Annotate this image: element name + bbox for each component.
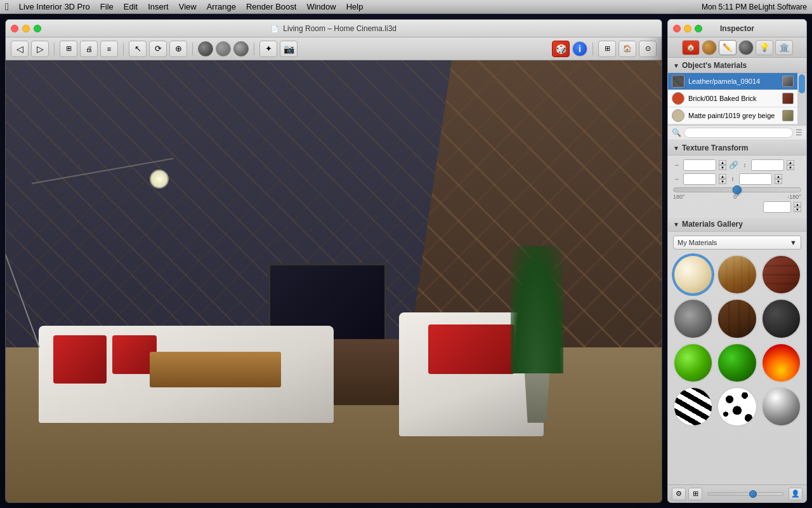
gallery-item-1[interactable] — [717, 255, 757, 295]
offset-y-stepper[interactable]: ▲ ▼ — [775, 174, 782, 184]
offset-y-input[interactable]: 0.00 — [739, 173, 772, 185]
scale-y-up[interactable]: ▲ — [787, 160, 794, 165]
gallery-item-2[interactable] — [761, 255, 801, 295]
material-item-1[interactable]: Brick/001 Baked Brick — [668, 90, 797, 107]
menu-appname[interactable]: Live Interior 3D Pro — [19, 2, 90, 11]
material-swatch-2 — [672, 109, 684, 122]
print-button[interactable]: 🖨 — [80, 41, 98, 57]
rotation-value-row: 0° ▲ ▼ — [673, 201, 801, 213]
view2-button[interactable]: 🏠 — [619, 41, 636, 57]
offset-x-down[interactable]: ▼ — [719, 179, 726, 184]
tool1-button[interactable]: ✦ — [259, 41, 277, 57]
scale-x-up[interactable]: ▲ — [719, 160, 726, 165]
menu-insert[interactable]: Insert — [148, 2, 169, 11]
tab-light[interactable]: 💡 — [756, 40, 773, 55]
render-button[interactable]: 🎲 — [552, 41, 570, 57]
camera-button[interactable]: 📷 — [280, 41, 298, 57]
menu-help[interactable]: Help — [346, 2, 363, 11]
zoom-thumb[interactable] — [749, 490, 757, 498]
inspector-zoom[interactable] — [695, 25, 702, 32]
gallery-item-0[interactable] — [673, 255, 713, 295]
close-button[interactable] — [11, 25, 18, 32]
search-input[interactable] — [684, 128, 793, 138]
gallery-item-4[interactable] — [717, 298, 757, 338]
texture-section-label: Texture Transform — [682, 144, 748, 152]
move-button[interactable]: ⊕ — [169, 41, 187, 57]
inspector-minimize[interactable] — [684, 25, 691, 32]
gallery-dropdown[interactable]: My Materials ▼ — [673, 236, 801, 250]
offset-x-stepper[interactable]: ▲ ▼ — [719, 174, 726, 184]
gallery-item-11[interactable] — [761, 387, 801, 427]
traffic-lights — [11, 25, 41, 32]
plant-leaves — [511, 246, 563, 373]
gallery-item-5[interactable] — [761, 298, 801, 338]
offset-x-up[interactable]: ▲ — [719, 174, 726, 179]
offset-x-input[interactable]: 0.00 — [683, 173, 716, 185]
sphere3-button[interactable] — [233, 41, 249, 57]
gallery-grid — [673, 255, 801, 427]
dropdown-chevron-icon: ▼ — [790, 239, 797, 246]
viewport[interactable]: ⠿ — [6, 60, 662, 502]
fullscreen-button[interactable] — [34, 25, 41, 32]
scale-x-down[interactable]: ▼ — [719, 165, 726, 170]
view3-button[interactable]: ⊙ — [639, 41, 657, 57]
tab-texture[interactable]: ✏️ — [719, 40, 737, 55]
gallery-item-3[interactable] — [673, 298, 713, 338]
zoom-slider[interactable] — [707, 492, 783, 496]
gallery-item-6[interactable] — [673, 343, 713, 383]
rotation-stepper[interactable]: ▲ ▼ — [794, 202, 801, 212]
menu-view[interactable]: View — [179, 2, 197, 11]
menu-arrange[interactable]: Arrange — [207, 2, 236, 11]
rotation-slider[interactable] — [673, 187, 801, 192]
gallery-item-7[interactable] — [717, 343, 757, 383]
inspector-title: Inspector — [720, 24, 754, 33]
rotate-button[interactable]: ⟳ — [149, 41, 167, 57]
gallery-item-10[interactable] — [717, 387, 757, 427]
scale-x-input[interactable]: 2.56 — [683, 159, 716, 171]
gallery-item-9[interactable] — [673, 387, 713, 427]
tab-render[interactable] — [738, 40, 754, 55]
scale-y-input[interactable]: 2.56 — [751, 159, 784, 171]
rotation-up[interactable]: ▲ — [794, 202, 801, 207]
apple-menu[interactable]:  — [5, 1, 9, 13]
menu-file[interactable]: File — [100, 2, 114, 11]
scale-x-stepper[interactable]: ▲ ▼ — [719, 160, 726, 170]
add-button[interactable]: ⊞ — [688, 488, 702, 500]
menu-window[interactable]: Window — [306, 2, 336, 11]
list-button[interactable]: ≡ — [100, 41, 118, 57]
tab-material-ball[interactable] — [702, 40, 717, 55]
settings-button[interactable]: ⚙ — [672, 488, 686, 500]
info-button[interactable]: i — [572, 41, 587, 57]
plant — [511, 246, 563, 422]
offset-y-up[interactable]: ▲ — [775, 174, 782, 179]
offset-y-down[interactable]: ▼ — [775, 179, 782, 184]
tab-object[interactable]: 🏠 — [682, 40, 700, 55]
select-button[interactable]: ↖ — [129, 41, 147, 57]
menu-edit[interactable]: Edit — [124, 2, 138, 11]
material-item-2[interactable]: Matte paint/1019 grey beige — [668, 107, 797, 124]
sphere2-button[interactable] — [216, 41, 231, 57]
tab-room[interactable]: 🏛️ — [775, 40, 793, 55]
back-button[interactable]: ◁ — [11, 41, 29, 57]
inspector-titlebar: Inspector — [668, 20, 806, 37]
materials-scrollbar[interactable] — [797, 73, 806, 124]
view1-button[interactable]: ⊞ — [598, 41, 616, 57]
menu-renderbost[interactable]: Render Boost — [246, 2, 297, 11]
scale-y-down[interactable]: ▼ — [787, 165, 794, 170]
main-area: 📄 Living Room – Home Cinema.li3d ◁ ▷ ⊞ 🖨… — [0, 14, 812, 508]
minimize-button[interactable] — [22, 25, 30, 32]
scale-h-label: ↔ — [673, 162, 681, 168]
rotation-down[interactable]: ▼ — [794, 207, 801, 212]
scrollbar-thumb[interactable] — [799, 74, 805, 93]
gallery-section-label: Materials Gallery — [682, 220, 743, 229]
rotation-thumb[interactable] — [733, 185, 742, 194]
gallery-item-8[interactable] — [761, 343, 801, 383]
forward-button[interactable]: ▷ — [31, 41, 49, 57]
user-button[interactable]: 👤 — [789, 488, 802, 500]
sphere-button[interactable] — [198, 41, 213, 57]
rotation-value-input[interactable]: 0° — [763, 201, 791, 213]
scale-y-stepper[interactable]: ▲ ▼ — [787, 160, 794, 170]
material-item-0[interactable]: Leather/pamela_09014 — [668, 73, 797, 90]
plan-view-button[interactable]: ⊞ — [60, 41, 77, 57]
inspector-close[interactable] — [673, 25, 681, 32]
